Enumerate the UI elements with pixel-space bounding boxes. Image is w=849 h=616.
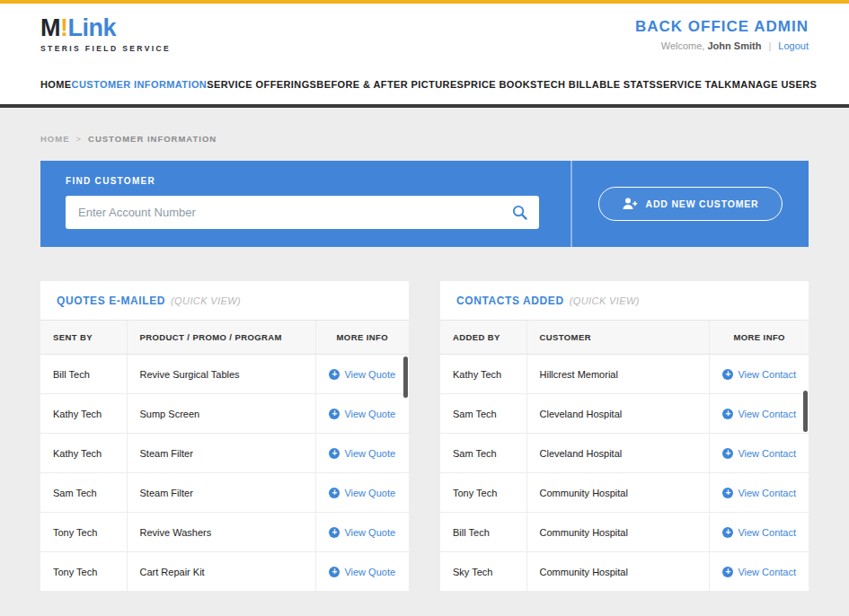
view-link[interactable]: +View Quote xyxy=(329,369,395,380)
plus-circle-icon: + xyxy=(329,409,340,419)
person-plus-icon xyxy=(623,198,638,210)
main-nav-items: HOMECUSTOMER INFORMATIONSERVICE OFFERING… xyxy=(40,65,809,104)
view-link[interactable]: +View Contact xyxy=(722,448,796,459)
contacts-table: ADDED BY CUSTOMER MORE INFO Kathy TechHi… xyxy=(440,320,809,592)
plus-circle-icon: + xyxy=(722,527,733,538)
logo-subtitle: STERIS FIELD SERVICE xyxy=(40,44,171,53)
view-link[interactable]: +View Contact xyxy=(722,567,796,577)
table-row: Sam TechSteam Filter+View Quote xyxy=(40,473,409,513)
logout-link[interactable]: Logout xyxy=(778,40,809,51)
nav-item-home[interactable]: HOME xyxy=(40,79,72,90)
quotes-panel-header: QUOTES E-MAILED (QUICK VIEW) xyxy=(40,281,409,320)
breadcrumb-item[interactable]: HOME xyxy=(40,134,70,144)
breadcrumb-item: CUSTOMER INFORMATION xyxy=(88,134,217,144)
logo-link-text: Link xyxy=(68,14,117,41)
mlink-logo: M!Link STERIS FIELD SERVICE xyxy=(40,16,171,53)
contacts-table-header-row: ADDED BY CUSTOMER MORE INFO xyxy=(440,321,809,355)
table-row: Kathy TechSump Screen+View Quote xyxy=(40,394,409,434)
row-value: Steam Filter xyxy=(127,473,315,513)
row-value: Cleveland Hospital xyxy=(526,394,710,434)
logo-m: M xyxy=(40,14,60,41)
nav-item-tech-billable-stats[interactable]: TECH BILLABLE STATS xyxy=(537,79,656,90)
nav-item-manage-users[interactable]: MANAGE USERS xyxy=(732,79,818,90)
welcome-bar: Welcome, John Smith | Logout xyxy=(635,40,809,51)
plus-circle-icon: + xyxy=(722,369,733,380)
header-right: BACK OFFICE ADMIN Welcome, John Smith | … xyxy=(635,18,809,51)
contacts-panel-header: CONTACTS ADDED (QUICK VIEW) xyxy=(440,281,809,320)
main-nav: HOMECUSTOMER INFORMATIONSERVICE OFFERING… xyxy=(0,65,849,108)
plus-circle-icon: + xyxy=(722,409,733,419)
plus-circle-icon: + xyxy=(722,488,733,498)
row-by: Tony Tech xyxy=(40,552,127,592)
row-value: Hillcrest Memorial xyxy=(526,355,710,394)
table-row: Bill TechRevive Surgical Tables+View Quo… xyxy=(40,355,409,394)
view-link[interactable]: +View Quote xyxy=(329,409,395,419)
quotes-emailed-panel: QUOTES E-MAILED (QUICK VIEW) SENT BY PRO… xyxy=(40,281,409,592)
row-by: Kathy Tech xyxy=(440,355,526,394)
view-link[interactable]: +View Contact xyxy=(722,409,796,419)
row-value: Community Hospital xyxy=(526,552,710,592)
view-link[interactable]: +View Contact xyxy=(722,527,796,538)
column-header-more-info: MORE INFO xyxy=(315,321,409,355)
row-by: Kathy Tech xyxy=(40,434,127,473)
view-link-label: View Contact xyxy=(738,448,796,459)
row-by: Sky Tech xyxy=(440,552,526,592)
breadcrumb: HOME>CUSTOMER INFORMATION xyxy=(40,134,809,144)
nav-item-service-talk[interactable]: SERVICE TALK xyxy=(656,79,731,90)
quotes-table-body: Bill TechRevive Surgical Tables+View Quo… xyxy=(40,355,409,592)
column-header-product: PRODUCT / PROMO / PROGRAM xyxy=(127,321,315,355)
plus-circle-icon: + xyxy=(722,567,733,577)
plus-circle-icon: + xyxy=(329,488,340,498)
row-by: Sam Tech xyxy=(440,394,526,434)
row-by: Tony Tech xyxy=(440,473,526,513)
plus-circle-icon: + xyxy=(329,567,340,577)
scrollbar-thumb[interactable] xyxy=(803,391,808,432)
contacts-table-body: Kathy TechHillcrest Memorial+View Contac… xyxy=(440,355,809,592)
view-link[interactable]: +View Contact xyxy=(722,488,796,498)
column-header-sent-by: SENT BY xyxy=(40,321,127,355)
scrollbar-thumb[interactable] xyxy=(403,356,408,398)
column-header-more-info: MORE INFO xyxy=(710,321,809,355)
row-value: Revive Washers xyxy=(127,513,315,552)
page-title: BACK OFFICE ADMIN xyxy=(635,18,809,36)
table-row: Kathy TechHillcrest Memorial+View Contac… xyxy=(440,355,809,394)
contacts-added-panel: CONTACTS ADDED (QUICK VIEW) ADDED BY CUS… xyxy=(440,281,809,592)
add-new-customer-button[interactable]: ADD NEW CUSTOMER xyxy=(598,187,783,221)
view-link-label: View Contact xyxy=(738,488,796,498)
row-value: Steam Filter xyxy=(127,434,315,473)
view-link[interactable]: +View Contact xyxy=(722,369,796,380)
row-value: Revive Surgical Tables xyxy=(127,355,315,394)
row-value: Sump Screen xyxy=(127,394,315,434)
row-by: Tony Tech xyxy=(40,513,127,552)
plus-circle-icon: + xyxy=(329,369,340,380)
logo-wordmark: M!Link xyxy=(40,16,171,40)
view-link[interactable]: +View Quote xyxy=(329,448,395,459)
site-header: M!Link STERIS FIELD SERVICE BACK OFFICE … xyxy=(0,4,849,65)
table-row: Sam TechCleveland Hospital+View Contact xyxy=(440,434,809,473)
quotes-panel-title: QUOTES E-MAILED xyxy=(57,295,165,307)
account-search xyxy=(66,196,539,229)
nav-item-before-after-pictures[interactable]: BEFORE & AFTER PICTURES xyxy=(316,79,464,90)
view-link[interactable]: +View Quote xyxy=(329,488,395,498)
plus-circle-icon: + xyxy=(329,448,340,459)
nav-item-service-offerings[interactable]: SERVICE OFFERINGS xyxy=(207,79,316,90)
row-by: Bill Tech xyxy=(440,513,526,552)
view-link[interactable]: +View Quote xyxy=(329,567,395,577)
row-by: Kathy Tech xyxy=(40,394,127,434)
view-link-label: View Contact xyxy=(738,409,796,419)
view-link-label: View Contact xyxy=(738,527,796,538)
view-link[interactable]: +View Quote xyxy=(329,527,395,538)
account-number-input[interactable] xyxy=(66,196,539,229)
row-value: Cleveland Hospital xyxy=(526,434,710,473)
view-link-label: View Quote xyxy=(344,527,395,538)
row-by: Sam Tech xyxy=(40,473,127,513)
nav-item-customer-information[interactable]: CUSTOMER INFORMATION xyxy=(72,79,208,90)
search-icon[interactable] xyxy=(511,204,528,221)
table-row: Tony TechCart Repair Kit+View Quote xyxy=(40,552,409,592)
view-link-label: View Quote xyxy=(344,488,395,498)
row-value: Community Hospital xyxy=(526,513,710,552)
nav-item-price-books[interactable]: PRICE BOOKS xyxy=(464,79,536,90)
table-row: Kathy TechSteam Filter+View Quote xyxy=(40,434,409,473)
view-link-label: View Contact xyxy=(738,369,796,380)
table-row: Bill TechCommunity Hospital+View Contact xyxy=(440,513,809,552)
